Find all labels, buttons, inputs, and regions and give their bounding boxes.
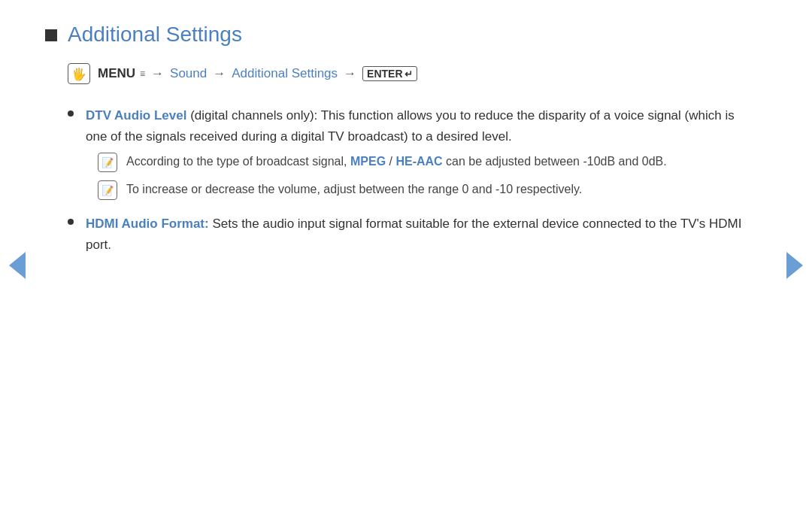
note-text-1: According to the type of broadcast signa… [126,152,667,171]
breadcrumb-extra: ≡ [140,68,145,79]
hdmi-term: HDMI Audio Format: [86,217,209,231]
note1-prefix: According to the type of broadcast signa… [126,155,350,168]
note1-separator: / [386,155,395,168]
breadcrumb-arrow-2: → [213,66,226,81]
bullet-dot-2 [68,219,74,225]
content-area: DTV Audio Level (digital channels only):… [68,105,752,256]
hdmi-bullet-text: HDMI Audio Format: Sets the audio input … [86,214,747,256]
page-title-row: Additional Settings [45,23,752,47]
bullet-dot-1 [68,111,74,117]
dtv-bullet-text: DTV Audio Level (digital channels only):… [86,105,747,147]
note1-suffix: can be adjusted between -10dB and 0dB. [443,155,667,168]
hdmi-section: HDMI Audio Format: Sets the audio input … [68,214,752,256]
note-section-2: 📝 To increase or decrease the volume, ad… [98,180,752,200]
hdmi-bullet-item: HDMI Audio Format: Sets the audio input … [68,214,752,256]
note1-mpeg: MPEG [350,155,386,168]
breadcrumb-enter-icon: ENTER ↵ [362,66,417,81]
note-text-2: To increase or decrease the volume, adju… [126,180,582,199]
dtv-term: DTV Audio Level [86,108,186,123]
note-icon-2: 📝 [98,180,117,200]
breadcrumb-additional-settings: Additional Settings [232,66,338,81]
menu-hand-icon: 🖐 [71,67,86,81]
page-title: Additional Settings [68,23,242,47]
note-item-1: 📝 According to the type of broadcast sig… [98,152,752,172]
note-item-2: 📝 To increase or decrease the volume, ad… [98,180,752,200]
breadcrumb-arrow-3: → [344,66,356,81]
menu-icon: 🖐 [68,63,90,84]
note-icon-1: 📝 [98,153,117,172]
dtv-section: DTV Audio Level (digital channels only):… [68,105,752,200]
note-section-1: 📝 According to the type of broadcast sig… [98,152,752,172]
nav-arrow-right[interactable] [786,252,803,279]
breadcrumb: 🖐 MENU ≡ → Sound → Additional Settings →… [68,63,752,84]
dtv-bullet-item: DTV Audio Level (digital channels only):… [68,105,752,147]
page-container: Additional Settings 🖐 MENU ≡ → Sound → A… [0,0,812,530]
title-square-icon [45,29,57,41]
enter-label: ENTER [367,68,402,80]
breadcrumb-sound: Sound [170,66,207,81]
breadcrumb-menu-label: MENU [98,66,135,81]
nav-arrow-left[interactable] [9,252,26,279]
note1-heaac: HE-AAC [395,155,442,168]
breadcrumb-arrow-1: → [151,66,164,81]
